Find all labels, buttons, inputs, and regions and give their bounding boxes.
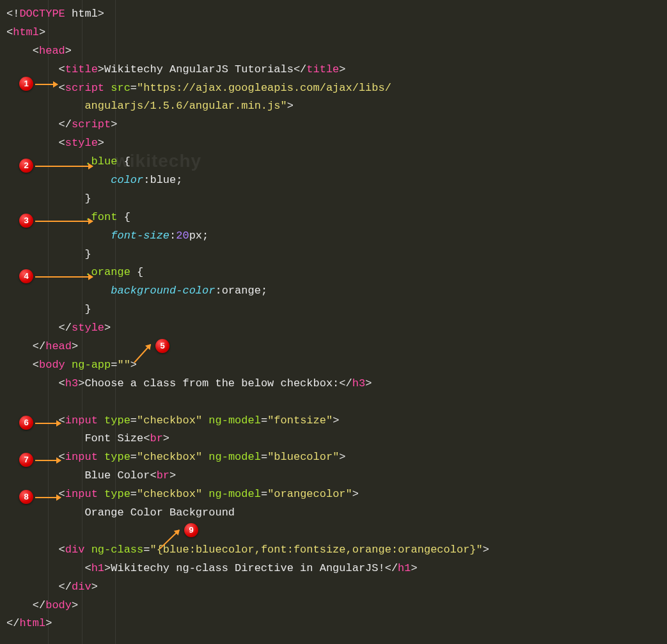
annotation-arrow [35, 276, 93, 278]
code-line: </html> [6, 615, 661, 633]
code-line: <input type="checkbox" ng-model="fontsiz… [6, 412, 661, 430]
code-line: <title>Wikitechy AngularJS Tutorials</ti… [6, 61, 661, 79]
annotation-arrow [35, 423, 61, 424]
code-line: angularjs/1.5.6/angular.min.js"> [6, 97, 661, 116]
code-line: } [6, 301, 661, 319]
code-line: <html> [6, 24, 661, 42]
annotation-badge-4: 4 [19, 269, 33, 283]
code-line: Font Size<br> [6, 430, 661, 448]
annotation-badge-7: 7 [19, 453, 33, 467]
annotation-badge-9: 9 [184, 523, 198, 537]
code-line: </div> [6, 578, 661, 597]
annotation-arrow [35, 84, 58, 85]
code-line: } [6, 190, 661, 208]
code-line: Orange Color Background [6, 504, 661, 522]
code-line: <head> [6, 42, 661, 61]
code-line: <input type="checkbox" ng-model="orangec… [6, 485, 661, 504]
annotation-badge-3: 3 [19, 214, 33, 228]
code-line: <div ng-class="{blue:bluecolor,font:font… [6, 541, 661, 560]
code-line: font-size:20px; [6, 227, 661, 246]
annotation-badge-2: 2 [19, 159, 33, 173]
code-line: </style> [6, 319, 661, 338]
code-line: </body> [6, 597, 661, 615]
annotation-arrow [35, 166, 93, 167]
code-line: color:blue; [6, 171, 661, 190]
annotation-arrow [35, 497, 61, 498]
code-line: .orange { [6, 263, 661, 282]
annotation-badge-8: 8 [19, 490, 33, 504]
code-line: <script src="https://ajax.googleapis.com… [6, 79, 661, 98]
annotation-badge-1: 1 [19, 77, 33, 91]
code-line: <h1>Wikitechy ng-class Directive in Angu… [6, 560, 661, 578]
code-line: <!DOCTYPE html> [6, 5, 661, 24]
annotation-badge-6: 6 [19, 416, 33, 430]
code-line: } [6, 246, 661, 264]
code-line: </script> [6, 116, 661, 134]
code-line: Blue Color<br> [6, 467, 661, 485]
code-line [6, 522, 661, 541]
code-line: <h3>Choose a class from the below checkb… [6, 375, 661, 393]
code-editor: wikitechy <!DOCTYPE html> <html> <head> … [0, 0, 667, 644]
code-line: </head> [6, 338, 661, 356]
code-line: background-color:orange; [6, 282, 661, 301]
code-line: .blue { [6, 153, 661, 171]
code-line: <body ng-app=""> [6, 356, 661, 375]
code-line: <style> [6, 134, 661, 153]
code-line: <input type="checkbox" ng-model="bluecol… [6, 448, 661, 467]
code-line: .font { [6, 208, 661, 227]
annotation-arrow [35, 221, 93, 222]
annotation-badge-5: 5 [155, 339, 169, 353]
annotation-arrow [35, 460, 61, 461]
code-line [6, 393, 661, 412]
